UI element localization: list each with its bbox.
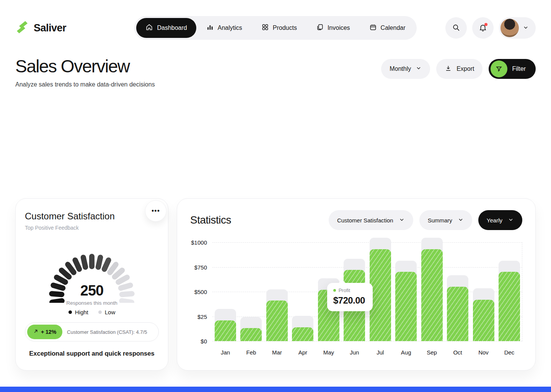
growth-badge-value: + 12%: [41, 329, 56, 335]
legend-item-high: Hight: [68, 309, 88, 315]
legend-label-high: Hight: [75, 309, 88, 315]
chevron-down-icon: [399, 217, 405, 224]
grid-icon: [261, 23, 269, 33]
invoice-icon: [316, 23, 324, 33]
bar-column-jan[interactable]: Jan: [215, 242, 236, 341]
filter-label: Filter: [512, 65, 526, 72]
month-label: Dec: [499, 349, 520, 356]
notifications-button[interactable]: [472, 17, 494, 39]
home-icon: [145, 23, 153, 33]
bar-column-feb[interactable]: Feb: [240, 242, 262, 341]
bar-column-mar[interactable]: Mar: [266, 242, 288, 341]
tooltip-series: Profit: [333, 287, 365, 293]
nav-item-calendar[interactable]: Calendar: [360, 18, 415, 38]
page-subtitle: Analyze sales trends to make data-driven…: [15, 81, 155, 88]
growth-badge: + 12%: [27, 325, 62, 339]
content: Customer Satisfaction Top Positive Feedb…: [15, 198, 536, 371]
export-label: Export: [456, 65, 474, 72]
chart-tooltip: Profit $720.00: [327, 283, 373, 311]
legend-dot-high: [68, 310, 72, 314]
brand-name: Saliver: [34, 22, 66, 34]
bottom-accent-bar: [0, 387, 551, 392]
legend-label-low: Low: [105, 309, 116, 315]
period-dropdown[interactable]: Monthly: [381, 59, 430, 79]
series-dot-icon: [333, 289, 336, 292]
customer-satisfaction-card: Customer Satisfaction Top Positive Feedb…: [15, 198, 168, 371]
csat-summary-row: + 12% Customer Satisfaction (CSAT): 4.7/…: [25, 322, 159, 341]
bar-column-apr[interactable]: Apr: [292, 242, 313, 341]
csat-caption: Customer Satisfaction (CSAT): 4.7/5: [67, 329, 147, 335]
y-tick-label: $750: [194, 264, 207, 270]
bar-column-jul[interactable]: Jul: [370, 242, 391, 341]
gauge-tick: [49, 298, 65, 303]
download-icon: [445, 65, 452, 74]
bar: [447, 287, 468, 341]
bar-column-sep[interactable]: Sep: [421, 242, 443, 341]
bar: [370, 249, 391, 341]
month-label: Apr: [292, 349, 313, 356]
filter-button[interactable]: Filter: [489, 59, 536, 79]
ellipsis-icon: •••: [152, 207, 160, 215]
nav-item-products[interactable]: Products: [252, 18, 306, 38]
range-dropdown-value: Yearly: [487, 217, 502, 224]
tooltip-series-label: Profit: [339, 287, 350, 293]
metric-dropdown-value: Customer Satisfaction: [337, 217, 393, 224]
statistics-card: Statistics Customer Satisfaction Summary…: [177, 198, 536, 371]
export-button[interactable]: Export: [436, 59, 483, 79]
month-label: Jul: [370, 349, 391, 356]
page-header: Sales Overview Analyze sales trends to m…: [0, 40, 551, 88]
profile-menu[interactable]: [499, 17, 536, 39]
month-label: Nov: [473, 349, 494, 356]
tooltip-value: $720.00: [333, 295, 365, 306]
bar-column-aug[interactable]: Aug: [395, 242, 417, 341]
summary-dropdown[interactable]: Summary: [419, 210, 472, 230]
nav-item-analytics[interactable]: Analytics: [197, 18, 251, 38]
gauge-tick: [89, 254, 95, 269]
y-tick-label: $500: [194, 289, 207, 295]
bar: [292, 327, 313, 341]
topbar-actions: [421, 17, 536, 39]
search-icon: [452, 23, 460, 33]
y-tick-label: $1000: [191, 239, 207, 246]
nav-label: Invoices: [328, 24, 350, 31]
y-tick-label: $0: [201, 338, 207, 345]
month-label: Jan: [215, 349, 236, 356]
range-dropdown[interactable]: Yearly: [478, 210, 522, 230]
cs-card-subtitle: Top Positive Feedback: [25, 225, 159, 231]
nav-label: Dashboard: [157, 24, 187, 31]
nav-item-dashboard[interactable]: Dashboard: [136, 18, 196, 38]
bar-column-nov[interactable]: Nov: [473, 242, 494, 341]
main-nav: Dashboard Analytics Products Invoices Ca…: [134, 16, 416, 40]
y-tick-label: $25: [197, 313, 207, 320]
chevron-down-icon: [458, 217, 464, 224]
bar-column-dec[interactable]: Dec: [499, 242, 520, 341]
filter-icon: [491, 60, 507, 77]
month-label: Feb: [240, 349, 262, 356]
nav-label: Calendar: [381, 24, 406, 31]
legend-item-low: Low: [98, 309, 116, 315]
nav-item-invoices[interactable]: Invoices: [307, 18, 359, 38]
gauge-tick: [119, 298, 135, 303]
brand: Saliver: [15, 20, 130, 36]
bar: [473, 300, 494, 341]
gridline: [212, 341, 522, 341]
statistics-title: Statistics: [190, 214, 231, 226]
bar: [421, 249, 443, 341]
y-axis: $1000$750$500$25$0: [190, 242, 212, 341]
more-options-button[interactable]: •••: [145, 200, 166, 222]
month-label: Mar: [266, 349, 288, 356]
bar-chart: $1000$750$500$25$0 JanFebMarAprMayJunJul…: [190, 242, 522, 341]
gauge-svg: [31, 234, 153, 303]
legend-dot-low: [98, 310, 102, 314]
statistics-header: Statistics Customer Satisfaction Summary…: [190, 210, 522, 230]
nav-label: Analytics: [218, 24, 242, 31]
arrow-up-right-icon: [33, 329, 38, 335]
month-label: Aug: [395, 349, 417, 356]
bar-column-oct[interactable]: Oct: [447, 242, 468, 341]
cs-card-footer: Exceptional support and quick responses: [25, 350, 159, 357]
bar: [395, 272, 417, 341]
month-label: May: [318, 349, 339, 356]
page-title: Sales Overview: [15, 56, 155, 77]
search-button[interactable]: [445, 17, 467, 39]
metric-dropdown[interactable]: Customer Satisfaction: [329, 210, 413, 230]
